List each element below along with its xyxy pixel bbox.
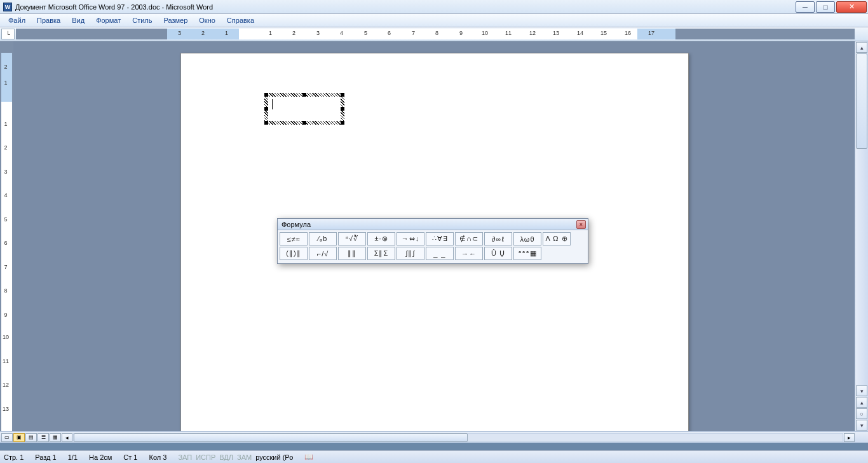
text-cursor [272, 99, 273, 109]
prev-page-button[interactable]: ▴ [856, 397, 867, 408]
formula-btn-r2-3[interactable]: Σ∥Σ [367, 247, 395, 260]
vertical-ruler[interactable]: 2112345678910111213 [0, 41, 13, 431]
status-book-icon[interactable]: 📖 [304, 453, 313, 461]
window-title: Документ Microsoft Office Word 97 - 2003… [15, 3, 213, 11]
scroll-thumb[interactable] [856, 53, 867, 149]
formula-close-button[interactable]: × [576, 220, 586, 229]
hscroll-track[interactable] [73, 433, 843, 442]
formula-btn-r2-5[interactable]: ⎯ ⎯ [426, 247, 454, 260]
formula-btn-r1-9[interactable]: Λ Ω ⊕ [543, 232, 571, 245]
menu-Справка[interactable]: Справка [221, 15, 260, 25]
formula-btn-r2-2[interactable]: ∥∥ [338, 247, 366, 260]
formula-btn-r1-7[interactable]: ∂∞ℓ [484, 232, 512, 245]
formula-btn-r1-1[interactable]: ⁄ₐb [309, 232, 337, 245]
equation-object[interactable] [268, 97, 341, 121]
maximize-button[interactable]: □ [816, 1, 835, 13]
status-ovr[interactable]: ЗАМ [237, 453, 252, 461]
view-outline[interactable]: ☰ [37, 433, 49, 442]
formula-title-bar[interactable]: Формула × [278, 219, 588, 230]
status-rec[interactable]: ЗАП [178, 453, 192, 461]
title-bar: W Документ Microsoft Office Word 97 - 20… [0, 0, 868, 14]
app-icon: W [3, 3, 12, 11]
formula-btn-r2-6[interactable]: →← [455, 247, 483, 260]
menu-Файл[interactable]: Файл [3, 15, 31, 25]
formula-title-text: Формула [281, 221, 311, 228]
horizontal-scrollbar-row: ▭ ▣ ▤ ☰ ▦ ◂ ▸ [0, 431, 868, 443]
status-bar: Стр. 1 Разд 1 1/1 На 2см Ст 1 Кол 3 ЗАП … [0, 450, 868, 463]
formula-body: ≤≠≈⁄ₐbⁿ√∛±∙⊗→⇔↓∴∀∃∉∩⊂∂∞ℓλωθΛ Ω ⊕ (∥)∥⌐/√… [278, 230, 588, 263]
formula-btn-r2-7[interactable]: Û Ụ [484, 247, 512, 260]
formula-btn-r1-2[interactable]: ⁿ√∛ [338, 232, 366, 245]
window-controls: ─ □ ✕ [796, 1, 868, 13]
status-at[interactable]: На 2см [89, 453, 112, 461]
formula-btn-r2-4[interactable]: ∫∥∫ [397, 247, 424, 260]
view-reading[interactable]: ▦ [50, 433, 61, 442]
formula-btn-r1-0[interactable]: ≤≠≈ [280, 232, 308, 245]
scroll-left-button[interactable]: ◂ [62, 433, 72, 442]
formula-btn-r2-0[interactable]: (∥)∥ [280, 247, 308, 260]
view-print-layout[interactable]: ▣ [13, 433, 25, 442]
formula-btn-r1-6[interactable]: ∉∩⊂ [455, 232, 483, 245]
vertical-scrollbar[interactable]: ▴ ▾ ▴ ○ ▾ [855, 41, 868, 431]
menu-Вид[interactable]: Вид [66, 15, 90, 25]
menu-Формат[interactable]: Формат [90, 15, 126, 25]
status-trk[interactable]: ИСПР [196, 453, 215, 461]
next-page-button[interactable]: ▾ [856, 420, 867, 431]
minimize-button[interactable]: ─ [796, 1, 815, 13]
horizontal-ruler-bar: └ 3211234567891011121314151617 [0, 27, 868, 41]
menu-Стиль[interactable]: Стиль [126, 15, 158, 25]
status-line[interactable]: Ст 1 [123, 453, 137, 461]
status-section[interactable]: Разд 1 [35, 453, 56, 461]
view-buttons: ▭ ▣ ▤ ☰ ▦ [1, 433, 62, 442]
formula-btn-r2-1[interactable]: ⌐/√ [309, 247, 337, 260]
horizontal-ruler[interactable]: 3211234567891011121314151617 [16, 29, 855, 39]
status-pages[interactable]: 1/1 [68, 453, 78, 461]
status-col[interactable]: Кол 3 [149, 453, 166, 461]
scroll-up-button[interactable]: ▴ [856, 42, 867, 53]
menu-Окно[interactable]: Окно [193, 15, 221, 25]
formula-btn-r1-4[interactable]: →⇔↓ [397, 232, 424, 245]
status-page[interactable]: Стр. 1 [4, 453, 24, 461]
view-web[interactable]: ▤ [25, 433, 37, 442]
menu-Правка[interactable]: Правка [31, 15, 66, 25]
formula-toolbar-window[interactable]: Формула × ≤≠≈⁄ₐbⁿ√∛±∙⊗→⇔↓∴∀∃∉∩⊂∂∞ℓλωθΛ Ω… [277, 218, 588, 264]
formula-btn-r1-8[interactable]: λωθ [513, 232, 541, 245]
formula-btn-r2-8[interactable]: ᵒᵒᵒ▦ [513, 247, 541, 260]
menu-Размер[interactable]: Размер [158, 15, 193, 25]
scroll-down-button[interactable]: ▾ [856, 385, 867, 396]
menu-bar: ФайлПравкаВидФорматСтильРазмерОкноСправк… [0, 14, 868, 27]
browse-object-button[interactable]: ○ [856, 408, 867, 419]
status-language[interactable]: русский (Ро [255, 453, 293, 461]
status-ext[interactable]: ВДЛ [219, 453, 233, 461]
view-normal[interactable]: ▭ [1, 433, 13, 442]
scroll-right-button[interactable]: ▸ [844, 433, 855, 442]
formula-btn-r1-5[interactable]: ∴∀∃ [426, 232, 454, 245]
hscroll-thumb[interactable] [74, 433, 468, 442]
formula-btn-r1-3[interactable]: ±∙⊗ [367, 232, 395, 245]
tab-selector[interactable]: └ [1, 29, 15, 39]
close-button[interactable]: ✕ [836, 1, 867, 13]
